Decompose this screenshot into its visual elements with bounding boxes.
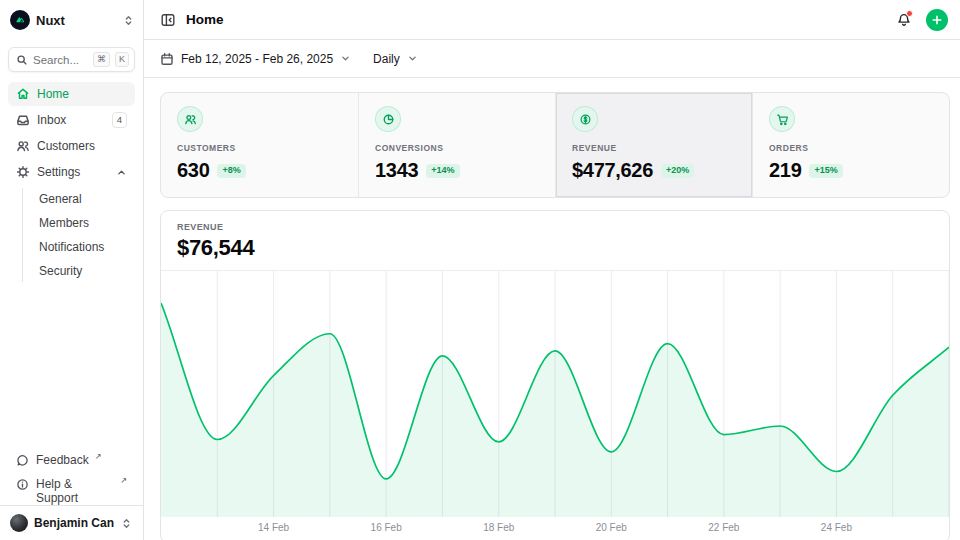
- x-tick-label: 14 Feb: [258, 522, 289, 533]
- gear-icon: [16, 165, 30, 179]
- stat-delta-badge: +15%: [809, 164, 842, 178]
- add-button[interactable]: [926, 9, 948, 31]
- search-input[interactable]: Search... ⌘ K: [8, 47, 135, 72]
- sidebar-item-settings[interactable]: Settings: [8, 160, 135, 184]
- sidebar-item-help-support[interactable]: Help & Support ↗: [8, 475, 135, 497]
- sidebar-item-feedback[interactable]: Feedback ↗: [8, 451, 135, 473]
- kbd-k: K: [115, 52, 129, 67]
- panel-collapse-icon: [160, 12, 176, 28]
- inbox-icon: [16, 113, 30, 127]
- avatar: [10, 514, 28, 532]
- sidebar-subitem-notifications[interactable]: Notifications: [33, 236, 135, 258]
- users-icon: [184, 113, 197, 126]
- chart-metric-value: $76,544: [177, 235, 933, 261]
- sidebar-subitem-general[interactable]: General: [33, 188, 135, 210]
- area-chart-svg: [161, 271, 949, 517]
- shopping-cart-icon: [776, 113, 789, 126]
- granularity-value: Daily: [373, 52, 400, 66]
- x-tick-label: 16 Feb: [371, 522, 402, 533]
- x-axis-ticks: 14 Feb16 Feb18 Feb20 Feb22 Feb24 Feb: [161, 517, 949, 540]
- stat-icon-circle: [375, 106, 401, 132]
- chart-metric-label: REVENUE: [177, 222, 933, 232]
- user-name: Benjamin Canac: [34, 516, 114, 530]
- x-tick-label: 18 Feb: [483, 522, 514, 533]
- dashboard-content: CUSTOMERS 630 +8% CONVERSIONS 1343 +14%: [144, 78, 960, 540]
- sidebar-subitem-security[interactable]: Security: [33, 260, 135, 282]
- stat-icon-circle: [572, 106, 598, 132]
- x-tick-label: 22 Feb: [708, 522, 739, 533]
- search-placeholder: Search...: [33, 54, 88, 66]
- sidebar-nav: Home Inbox 4 Customers Settings General …: [0, 82, 143, 282]
- sidebar-collapse-button[interactable]: [158, 10, 178, 30]
- revenue-area-chart[interactable]: [161, 271, 949, 517]
- team-name: Nuxt: [36, 13, 116, 28]
- search-icon: [16, 54, 28, 66]
- sidebar: Nuxt Search... ⌘ K Home Inbox 4 Customer…: [0, 0, 144, 540]
- stat-label: ORDERS: [769, 143, 933, 153]
- footer-item-label: Help & Support: [36, 477, 114, 505]
- chart-header: REVENUE $76,544: [161, 211, 949, 271]
- inbox-count-badge: 4: [112, 112, 127, 127]
- external-link-icon: ↗: [95, 453, 102, 461]
- sidebar-item-inbox[interactable]: Inbox 4: [8, 108, 135, 132]
- stat-value: 630: [177, 159, 209, 182]
- stat-card-conversions[interactable]: CONVERSIONS 1343 +14%: [358, 93, 555, 197]
- chevron-up-icon: [116, 167, 127, 178]
- notifications-button[interactable]: [894, 10, 914, 30]
- granularity-select[interactable]: Daily: [373, 52, 418, 66]
- stat-value: 219: [769, 159, 801, 182]
- stat-icon-circle: [769, 106, 795, 132]
- speech-bubble-icon: [16, 454, 29, 467]
- users-icon: [16, 139, 30, 153]
- circle-dollar-icon: [579, 113, 592, 126]
- stat-delta-badge: +20%: [661, 164, 694, 178]
- page-header: Home: [144, 0, 960, 40]
- kbd-cmd: ⌘: [93, 52, 110, 67]
- x-tick-label: 24 Feb: [821, 522, 852, 533]
- stat-delta-badge: +14%: [426, 164, 459, 178]
- revenue-chart-panel: REVENUE $76,544 14 Feb16 Feb18 Feb20 Feb…: [160, 210, 950, 540]
- sidebar-footer-nav: Feedback ↗ Help & Support ↗: [0, 451, 143, 505]
- x-tick-label: 20 Feb: [596, 522, 627, 533]
- chevron-updown-icon: [120, 517, 133, 530]
- stat-value: $477,626: [572, 159, 653, 182]
- stat-card-customers[interactable]: CUSTOMERS 630 +8%: [161, 93, 358, 197]
- sidebar-item-home[interactable]: Home: [8, 82, 135, 106]
- sidebar-spacer: [0, 282, 143, 451]
- footer-item-label: Feedback: [36, 453, 89, 467]
- sidebar-subitem-members[interactable]: Members: [33, 212, 135, 234]
- info-circle-icon: [16, 478, 29, 491]
- stat-card-orders[interactable]: ORDERS 219 +15%: [752, 93, 949, 197]
- calendar-icon: [160, 52, 174, 66]
- stat-card-revenue[interactable]: REVENUE $477,626 +20%: [555, 93, 752, 197]
- filters-toolbar: Feb 12, 2025 - Feb 26, 2025 Daily: [144, 40, 960, 78]
- nuxt-logo-icon: [10, 10, 30, 30]
- stat-label: CUSTOMERS: [177, 143, 342, 153]
- plus-icon: [931, 14, 943, 26]
- stat-icon-circle: [177, 106, 203, 132]
- chevron-down-icon: [340, 53, 351, 64]
- stat-delta-badge: +8%: [217, 164, 245, 178]
- sidebar-item-label: Inbox: [37, 113, 66, 127]
- sidebar-item-customers[interactable]: Customers: [8, 134, 135, 158]
- user-menu[interactable]: Benjamin Canac: [0, 505, 143, 540]
- stat-value: 1343: [375, 159, 418, 182]
- notification-dot: [906, 10, 913, 17]
- chevron-updown-icon: [122, 14, 135, 27]
- team-switcher[interactable]: Nuxt: [10, 10, 135, 30]
- stat-label: CONVERSIONS: [375, 143, 539, 153]
- chart-pie-icon: [382, 113, 395, 126]
- date-range-value: Feb 12, 2025 - Feb 26, 2025: [181, 52, 333, 66]
- date-range-picker[interactable]: Feb 12, 2025 - Feb 26, 2025: [160, 52, 351, 66]
- settings-subtree: General Members Notifications Security: [22, 188, 135, 282]
- sidebar-item-label: Home: [37, 87, 69, 101]
- stats-row: CUSTOMERS 630 +8% CONVERSIONS 1343 +14%: [160, 92, 950, 198]
- sidebar-header: Nuxt: [0, 0, 143, 40]
- chevron-down-icon: [407, 53, 418, 64]
- sidebar-item-label: Customers: [37, 139, 95, 153]
- external-link-icon: ↗: [120, 477, 127, 485]
- sidebar-item-label: Settings: [37, 165, 80, 179]
- page-title: Home: [186, 12, 886, 27]
- home-icon: [16, 87, 30, 101]
- stat-label: REVENUE: [572, 143, 736, 153]
